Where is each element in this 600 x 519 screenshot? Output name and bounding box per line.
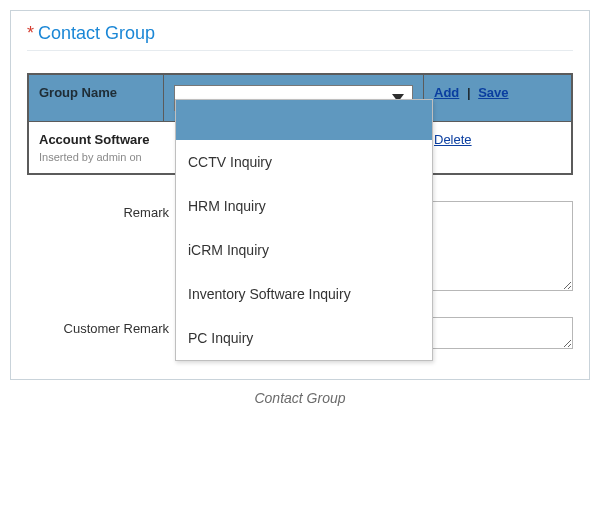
action-separator: | <box>467 85 471 100</box>
dropdown-option[interactable]: iCRM Inquiry <box>176 228 432 272</box>
save-link[interactable]: Save <box>478 85 508 100</box>
col-header-actions: Add | Save <box>424 75 572 122</box>
required-asterisk: * <box>27 23 34 43</box>
remark-label: Remark <box>27 201 177 220</box>
section-title-text: Contact Group <box>38 23 155 43</box>
add-link[interactable]: Add <box>434 85 459 100</box>
col-header-group-name: Group Name <box>29 75 164 122</box>
customer-remark-label: Customer Remark <box>27 317 177 336</box>
dropdown-option[interactable]: HRM Inquiry <box>176 184 432 228</box>
dropdown-option[interactable]: Inventory Software Inquiry <box>176 272 432 316</box>
contact-group-panel: *Contact Group Group Name Add | Save Ac <box>10 10 590 380</box>
group-select-dropdown[interactable]: CCTV Inquiry HRM Inquiry iCRM Inquiry In… <box>175 99 433 361</box>
dropdown-option[interactable]: PC Inquiry <box>176 316 432 360</box>
dropdown-option-blank[interactable] <box>176 100 432 140</box>
cell-action: Delete <box>424 122 572 174</box>
group-name-text: Account Software <box>39 132 150 147</box>
section-title: *Contact Group <box>27 23 573 51</box>
delete-link[interactable]: Delete <box>434 132 472 147</box>
figure-caption: Contact Group <box>10 390 590 406</box>
dropdown-option[interactable]: CCTV Inquiry <box>176 140 432 184</box>
